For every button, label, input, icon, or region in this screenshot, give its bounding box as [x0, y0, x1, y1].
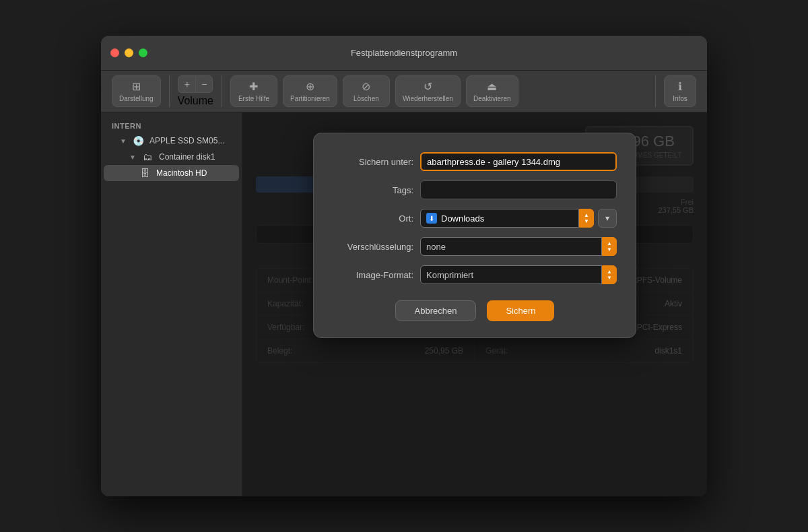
up-arrow-icon: ▲ — [584, 213, 589, 218]
traffic-lights — [110, 48, 147, 57]
darstellung-icon: ⊞ — [132, 80, 141, 93]
dialog-row-ort: Ort: ⬇ Downloads ▲ ▼ — [333, 209, 617, 228]
wiederherstellen-label: Wiederherstellen — [403, 95, 453, 102]
location-value: Downloads — [441, 213, 484, 224]
main-window: Festplattendienstprogramm ⊞ Darstellung … — [101, 36, 707, 496]
arrow-icon: ▼ — [129, 154, 136, 161]
partitionieren-button[interactable]: ⊕ Partitionieren — [283, 75, 337, 107]
verschluesselung-value: none — [426, 242, 446, 252]
cancel-button[interactable]: Abbrechen — [395, 300, 477, 321]
location-arrows-button[interactable]: ▲ ▼ — [579, 209, 594, 228]
down-arrow-icon: ▼ — [607, 247, 612, 253]
wiederherstellen-button[interactable]: ↺ Wiederherstellen — [395, 75, 461, 107]
down-arrow-icon: ▼ — [607, 275, 612, 281]
location-select-wrapper: ⬇ Downloads ▲ ▼ — [420, 209, 594, 228]
location-expand-button[interactable]: ▾ — [598, 209, 617, 228]
content-area: 499,96 GB VON 4 VOLUMES GETEILT Frei 237… — [242, 112, 707, 496]
erste-hilfe-icon: ✚ — [249, 80, 258, 93]
sidebar-item-container-disk1[interactable]: ▼ 🗂 Container disk1 — [104, 149, 239, 165]
deaktivieren-label: Deaktivieren — [473, 95, 511, 102]
dialog-row-verschluesselung: Verschlüsselung: none ▲ ▼ — [333, 237, 617, 256]
sichern-unter-label: Sichern unter: — [333, 157, 413, 167]
toolbar-group-darstellung: ⊞ Darstellung — [112, 75, 170, 107]
erste-hilfe-label: Erste Hilfe — [238, 95, 269, 102]
dialog-row-sichern-unter: Sichern unter: — [333, 152, 617, 171]
toolbar-group-infos: ℹ Infos — [655, 75, 696, 107]
ort-label: Ort: — [333, 213, 413, 224]
infos-button[interactable]: ℹ Infos — [664, 75, 696, 107]
dialog-row-image-format: Image-Format: Komprimiert ▲ ▼ — [333, 265, 617, 284]
sidebar-item-apple-ssd[interactable]: ▼ 💿 APPLE SSD SM05... — [104, 133, 239, 149]
minimize-button[interactable] — [125, 48, 133, 57]
volume-icon: 🗄 — [139, 168, 151, 178]
darstellung-button[interactable]: ⊞ Darstellung — [112, 75, 161, 107]
deaktivieren-button[interactable]: ⏏ Deaktivieren — [466, 75, 518, 107]
image-format-label: Image-Format: — [333, 270, 413, 280]
maximize-button[interactable] — [139, 48, 147, 57]
wiederherstellen-icon: ↺ — [424, 80, 432, 93]
sidebar-item-label: Macintosh HD — [156, 168, 207, 178]
image-format-arrow-button[interactable]: ▲ ▼ — [602, 265, 617, 284]
verschluesselung-arrow-button[interactable]: ▲ ▼ — [602, 237, 617, 256]
toolbar: ⊞ Darstellung + − Volume ✚ Erste Hilfe ⊕… — [101, 71, 707, 112]
location-select[interactable]: ⬇ Downloads — [420, 209, 579, 228]
loeschen-button[interactable]: ⊘ Löschen — [343, 75, 390, 107]
darstellung-label: Darstellung — [119, 95, 154, 102]
image-format-value: Komprimiert — [426, 270, 473, 280]
verschluesselung-select[interactable]: none — [420, 237, 602, 256]
arrow-icon: ▼ — [120, 137, 127, 145]
location-row: ⬇ Downloads ▲ ▼ ▾ — [420, 209, 617, 228]
deaktivieren-icon: ⏏ — [487, 80, 497, 93]
verschluesselung-select-wrapper: none ▲ ▼ — [420, 237, 617, 256]
up-arrow-icon: ▲ — [607, 241, 612, 246]
loeschen-icon: ⊘ — [362, 80, 370, 93]
sidebar-item-label: Container disk1 — [159, 152, 215, 162]
save-button[interactable]: Sichern — [487, 300, 554, 321]
volume-add-button[interactable]: + — [178, 75, 195, 93]
dialog-buttons: Abbrechen Sichern — [333, 300, 617, 321]
disk-icon: 💿 — [132, 135, 144, 146]
modal-overlay: Sichern unter: Tags: Ort: — [242, 112, 707, 496]
window-title: Festplattendienstprogramm — [351, 48, 457, 58]
sidebar: Intern ▼ 💿 APPLE SSD SM05... ▼ 🗂 Contain… — [101, 112, 242, 496]
toolbar-group-volume: + − Volume — [178, 75, 222, 107]
main-area: Intern ▼ 💿 APPLE SSD SM05... ▼ 🗂 Contain… — [101, 112, 707, 496]
infos-icon: ℹ — [678, 80, 682, 93]
volume-label: Volume — [178, 95, 213, 107]
erste-hilfe-button[interactable]: ✚ Erste Hilfe — [230, 75, 277, 107]
titlebar: Festplattendienstprogramm — [101, 36, 707, 71]
tags-input[interactable] — [420, 180, 617, 199]
save-dialog: Sichern unter: Tags: Ort: — [313, 133, 636, 338]
tags-label: Tags: — [333, 185, 413, 195]
sidebar-item-macintosh-hd[interactable]: 🗄 Macintosh HD — [104, 165, 239, 181]
image-format-select-wrapper: Komprimiert ▲ ▼ — [420, 265, 617, 284]
down-arrow-icon: ▼ — [584, 219, 589, 224]
container-icon: 🗂 — [141, 152, 154, 162]
downloads-icon: ⬇ — [426, 213, 437, 224]
sidebar-section-intern: Intern — [101, 118, 242, 133]
infos-label: Infos — [673, 95, 687, 102]
dialog-row-tags: Tags: — [333, 180, 617, 199]
sichern-unter-input[interactable] — [420, 152, 617, 171]
sidebar-item-label: APPLE SSD SM05... — [149, 136, 224, 145]
image-format-select[interactable]: Komprimiert — [420, 265, 602, 284]
partitionieren-icon: ⊕ — [306, 80, 314, 93]
partitionieren-label: Partitionieren — [290, 95, 330, 102]
up-arrow-icon: ▲ — [607, 269, 612, 275]
volume-remove-button[interactable]: − — [195, 75, 213, 93]
verschluesselung-label: Verschlüsselung: — [333, 242, 413, 252]
close-button[interactable] — [110, 48, 119, 57]
chevron-down-icon: ▾ — [605, 213, 609, 223]
volume-add-remove: + − — [178, 75, 213, 93]
loeschen-label: Löschen — [354, 95, 379, 102]
